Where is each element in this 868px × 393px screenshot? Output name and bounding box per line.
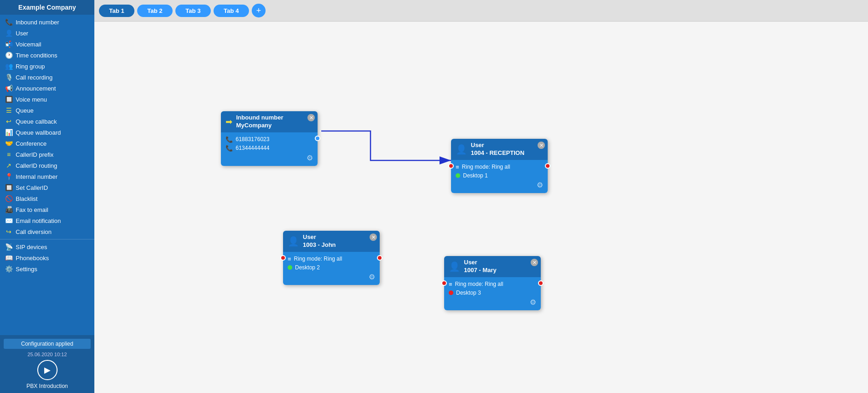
main-area: Tab 1Tab 2Tab 3Tab 4+ ➡ Inbound number M… — [94, 0, 868, 393]
reception-left-connector[interactable] — [448, 163, 454, 169]
add-tab-button[interactable]: + — [252, 4, 266, 17]
john-node-title: User 1003 - John — [303, 234, 336, 249]
sidebar-item-set-callerid[interactable]: 🔲Set CallerID — [0, 182, 94, 193]
sidebar-item-call-diversion[interactable]: ↪Call diversion — [0, 226, 94, 237]
sidebar-item-conference[interactable]: 🤝Conference — [0, 138, 94, 149]
inbound-arrow-icon: ➡ — [226, 117, 232, 127]
sidebar-item-user[interactable]: 👤User — [0, 28, 94, 39]
pbx-label: PBX Introduction — [26, 383, 68, 389]
inbound-close-btn[interactable]: ✕ — [307, 114, 315, 121]
reception-ring-mode-row: ≡ Ring mode: Ring all — [456, 164, 543, 171]
sidebar-item-phonebooks[interactable]: 📖Phonebooks — [0, 252, 94, 263]
john-title-line1: User — [303, 234, 336, 241]
inbound-title-line1: Inbound number — [236, 114, 284, 122]
mary-node-body: ≡ Ring mode: Ring all Desktop 3 ⚙ — [444, 277, 541, 310]
reception-ring-mode: Ring mode: Ring all — [462, 164, 510, 170]
mary-node-header: 👤 User 1007 - Mary ✕ — [444, 256, 541, 277]
sidebar-item-ring-group[interactable]: 👥Ring group — [0, 61, 94, 72]
inbound-node-body: 📞 61883176023 📞 61344444444 ⚙ — [221, 132, 318, 166]
john-ring-mode: Ring mode: Ring all — [294, 256, 342, 262]
john-user-icon: 👤 — [288, 236, 299, 247]
inbound-node[interactable]: ➡ Inbound number MyCompany ✕ 📞 618831760… — [221, 111, 318, 166]
mary-user-icon: 👤 — [449, 261, 460, 272]
tab-4-button[interactable]: Tab 4 — [214, 5, 249, 17]
john-settings-icon[interactable]: ⚙ — [288, 273, 375, 281]
inbound-settings-icon[interactable]: ⚙ — [226, 154, 313, 162]
john-status-dot — [288, 265, 292, 270]
sidebar-item-inbound-number[interactable]: 📞Inbound number — [0, 17, 94, 28]
play-button[interactable]: ▶ — [37, 360, 58, 380]
user-john-node[interactable]: 👤 User 1003 - John ✕ ≡ Ring mode: Ring a… — [283, 231, 380, 285]
sidebar-item-callerid-prefix[interactable]: ≡CallerID prefix — [0, 149, 94, 160]
john-right-connector[interactable] — [377, 255, 382, 261]
phone-icon-1: 📞 — [226, 136, 233, 143]
tab-1-button[interactable]: Tab 1 — [99, 5, 134, 17]
inbound-right-connector[interactable] — [315, 136, 320, 141]
reception-settings-icon[interactable]: ⚙ — [456, 181, 543, 189]
john-left-connector[interactable] — [280, 255, 286, 261]
sidebar-list: 📞Inbound number👤User📬Voicemail🕐Time cond… — [0, 15, 94, 335]
inbound-number1: 61883176023 — [236, 136, 269, 142]
user-reception-node[interactable]: 👤 User 1004 - RECEPTION ✕ ≡ Ring mode: R… — [451, 139, 548, 193]
sidebar-item-announcement[interactable]: 📢Announcement — [0, 83, 94, 94]
canvas[interactable]: ➡ Inbound number MyCompany ✕ 📞 618831760… — [94, 22, 868, 393]
mary-desktop-row: Desktop 3 — [449, 290, 536, 296]
sidebar-item-fax-to-email[interactable]: 📠Fax to email — [0, 204, 94, 215]
sidebar-bottom: Configuration applied 25.06.2020 10:12 ▶… — [0, 335, 94, 393]
sidebar-item-time-conditions[interactable]: 🕐Time conditions — [0, 50, 94, 61]
reception-title-line2: 1004 - RECEPTION — [471, 149, 524, 157]
sidebar-item-queue[interactable]: ☰Queue — [0, 105, 94, 116]
john-node-header: 👤 User 1003 - John ✕ — [283, 231, 380, 252]
sidebar-item-voice-menu[interactable]: 🔲Voice menu — [0, 94, 94, 105]
reception-node-title: User 1004 - RECEPTION — [471, 142, 524, 157]
reception-right-connector[interactable] — [545, 163, 550, 169]
phone-icon-2: 📞 — [226, 145, 233, 152]
tab-2-button[interactable]: Tab 2 — [137, 5, 173, 17]
john-desktop-row: Desktop 2 — [288, 264, 375, 271]
sidebar-item-settings[interactable]: ⚙️Settings — [0, 263, 94, 274]
mary-node-title: User 1007 - Mary — [464, 259, 497, 274]
sidebar-item-call-recording[interactable]: 🎙️Call recording — [0, 72, 94, 83]
inbound-number2: 61344444444 — [236, 145, 269, 151]
sidebar: Example Company 📞Inbound number👤User📬Voi… — [0, 0, 94, 393]
sidebar-item-voicemail[interactable]: 📬Voicemail — [0, 39, 94, 50]
company-title: Example Company — [0, 0, 94, 15]
mary-close-btn[interactable]: ✕ — [531, 259, 538, 266]
mary-right-connector[interactable] — [538, 280, 544, 286]
sidebar-item-callerid-routing[interactable]: ↗CallerID routing — [0, 160, 94, 171]
sidebar-item-email-notification[interactable]: ✉️Email notification — [0, 215, 94, 226]
sidebar-item-sip-devices[interactable]: 📡SIP devices — [0, 241, 94, 252]
reception-close-btn[interactable]: ✕ — [538, 142, 545, 149]
mary-title-line1: User — [464, 259, 497, 267]
john-ring-mode-row: ≡ Ring mode: Ring all — [288, 256, 375, 262]
sidebar-item-queue-callback[interactable]: ↩Queue callback — [0, 116, 94, 127]
john-title-line2: 1003 - John — [303, 241, 336, 249]
mary-title-line2: 1007 - Mary — [464, 267, 497, 274]
inbound-number1-row: 📞 61883176023 — [226, 136, 313, 143]
sidebar-item-queue-wallboard[interactable]: 📊Queue wallboard — [0, 127, 94, 138]
user-mary-node[interactable]: 👤 User 1007 - Mary ✕ ≡ Ring mode: Ring a… — [444, 256, 541, 310]
reception-desktop: Desktop 1 — [463, 172, 488, 179]
john-desktop: Desktop 2 — [295, 264, 320, 271]
mary-ring-mode-row: ≡ Ring mode: Ring all — [449, 281, 536, 288]
sidebar-item-internal-number[interactable]: 📍Internal number — [0, 171, 94, 182]
inbound-node-title: Inbound number MyCompany — [236, 114, 284, 130]
reception-desktop-row: Desktop 1 — [456, 172, 543, 179]
config-applied-label: Configuration applied — [4, 339, 91, 349]
ring-mode-icon: ≡ — [456, 164, 459, 171]
config-date: 25.06.2020 10:12 — [28, 352, 67, 357]
inbound-node-header: ➡ Inbound number MyCompany ✕ — [221, 111, 318, 132]
john-close-btn[interactable]: ✕ — [370, 234, 377, 241]
mary-left-connector[interactable] — [441, 280, 447, 286]
reception-node-body: ≡ Ring mode: Ring all Desktop 1 ⚙ — [451, 160, 548, 193]
sidebar-item-blacklist[interactable]: 🚫Blacklist — [0, 193, 94, 204]
inbound-number2-row: 📞 61344444444 — [226, 145, 313, 152]
tab-3-button[interactable]: Tab 3 — [175, 5, 211, 17]
mary-settings-icon[interactable]: ⚙ — [449, 298, 536, 307]
john-node-body: ≡ Ring mode: Ring all Desktop 2 ⚙ — [283, 252, 380, 285]
mary-status-dot — [449, 290, 453, 295]
tabs-bar: Tab 1Tab 2Tab 3Tab 4+ — [94, 0, 868, 22]
mary-desktop: Desktop 3 — [456, 290, 481, 296]
reception-title-line1: User — [471, 142, 524, 149]
mary-ring-icon: ≡ — [449, 281, 452, 288]
